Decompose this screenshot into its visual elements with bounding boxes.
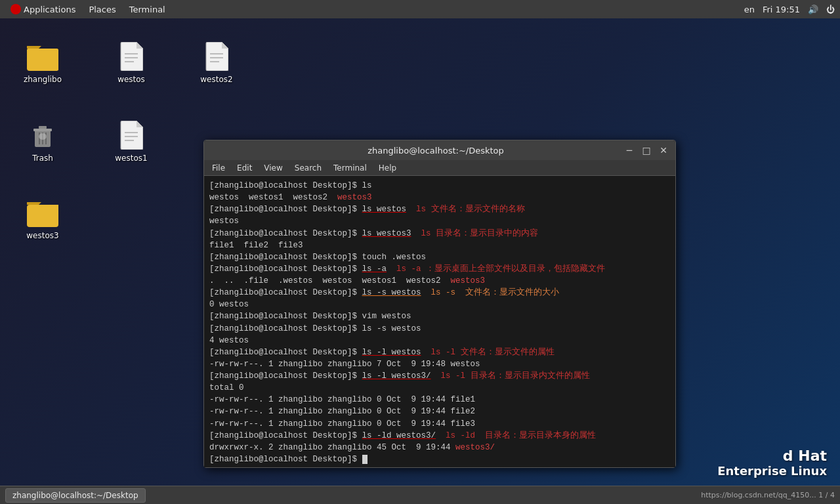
terminal-menubar: File Edit View Search Terminal Help bbox=[204, 160, 675, 176]
term-line-11: 0 westos bbox=[209, 299, 670, 310]
terminal-window: zhanglibo@localhost:~/Desktop ─ □ ✕ File… bbox=[203, 140, 676, 468]
menu-view[interactable]: View bbox=[259, 162, 287, 174]
term-line-9: . .. .file .westos westos westos1 westos… bbox=[209, 275, 670, 287]
taskbar-terminal-label: zhanglibo@localhost:~/Desktop bbox=[12, 491, 138, 500]
svg-point-14 bbox=[39, 133, 47, 140]
term-line-3: [zhanglibo@localhost Desktop]$ ls westos… bbox=[209, 203, 670, 215]
language-indicator: en bbox=[744, 5, 755, 14]
trash-icon bbox=[27, 119, 58, 151]
file-icon-westos2 bbox=[201, 41, 232, 72]
term-line-20: -rw-rw-r--. 1 zhanglibo zhanglibo 0 Oct … bbox=[209, 406, 670, 417]
desktop: zhanglibo westos westos2 bbox=[0, 18, 840, 491]
menu-edit[interactable]: Edit bbox=[232, 162, 257, 174]
svg-rect-10 bbox=[39, 126, 47, 129]
desktop-icon-zhanglibo[interactable]: zhanglibo bbox=[13, 38, 72, 87]
term-line-6: file1 file2 file3 bbox=[209, 240, 670, 251]
term-line-1: [zhanglibo@localhost Desktop]$ ls bbox=[209, 180, 670, 192]
term-line-12: [zhanglibo@localhost Desktop]$ vim westo… bbox=[209, 310, 670, 322]
terminal-titlebar: zhanglibo@localhost:~/Desktop ─ □ ✕ bbox=[204, 140, 675, 160]
terminal-controls: ─ □ ✕ bbox=[623, 144, 670, 157]
taskbar-left: zhanglibo@localhost:~/Desktop bbox=[5, 488, 146, 503]
top-bar-left: Applications Places Terminal bbox=[5, 3, 171, 16]
clock: Fri 19:51 bbox=[763, 5, 800, 14]
terminal-title: zhanglibo@localhost:~/Desktop bbox=[249, 146, 623, 156]
places-label: Places bbox=[89, 5, 116, 14]
desktop-icon-westos2[interactable]: westos2 bbox=[187, 38, 246, 87]
svg-rect-9 bbox=[33, 129, 52, 131]
volume-icon: 🔊 bbox=[808, 5, 818, 14]
desktop-icon-trash[interactable]: Trash bbox=[13, 117, 72, 165]
power-icon[interactable]: ⏻ bbox=[826, 5, 835, 14]
term-line-19: -rw-rw-r--. 1 zhanglibo zhanglibo 0 Oct … bbox=[209, 394, 670, 406]
menu-file[interactable]: File bbox=[207, 162, 230, 174]
term-line-5: [zhanglibo@localhost Desktop]$ ls westos… bbox=[209, 228, 670, 240]
westos3-label: westos3 bbox=[26, 231, 58, 240]
term-line-17: [zhanglibo@localhost Desktop]$ ls -l wes… bbox=[209, 370, 670, 382]
maximize-button[interactable]: □ bbox=[640, 144, 653, 157]
term-line-24: [zhanglibo@localhost Desktop]$ bbox=[209, 453, 670, 465]
close-button[interactable]: ✕ bbox=[657, 144, 670, 157]
term-line-15: [zhanglibo@localhost Desktop]$ ls -l wes… bbox=[209, 346, 670, 358]
taskbar: zhanglibo@localhost:~/Desktop https://bl… bbox=[0, 486, 840, 504]
term-line-14: 4 westos bbox=[209, 335, 670, 346]
gnome-logo-icon bbox=[10, 4, 21, 14]
desktop-icon-westos1[interactable]: westos1 bbox=[102, 117, 161, 165]
term-line-22: [zhanglibo@localhost Desktop]$ ls -ld we… bbox=[209, 430, 670, 442]
term-line-7: [zhanglibo@localhost Desktop]$ touch .we… bbox=[209, 251, 670, 263]
terminal-menu-btn[interactable]: Terminal bbox=[124, 3, 171, 16]
taskbar-terminal-item[interactable]: zhanglibo@localhost:~/Desktop bbox=[5, 488, 146, 503]
westos2-label: westos2 bbox=[200, 75, 232, 84]
applications-label: Applications bbox=[24, 5, 75, 14]
term-line-10: [zhanglibo@localhost Desktop]$ ls -s wes… bbox=[209, 287, 670, 299]
menu-terminal[interactable]: Terminal bbox=[328, 162, 372, 174]
cursor bbox=[362, 455, 368, 464]
term-line-2: westos westos1 westos2 westos3 bbox=[209, 192, 670, 203]
term-line-21: -rw-rw-r--. 1 zhanglibo zhanglibo 0 Oct … bbox=[209, 418, 670, 430]
minimize-button[interactable]: ─ bbox=[623, 144, 636, 157]
terminal-label: Terminal bbox=[129, 5, 165, 14]
term-line-13: [zhanglibo@localhost Desktop]$ ls -s wes… bbox=[209, 323, 670, 335]
taskbar-right: https://blog.csdn.net/qq_4150... 1 / 4 bbox=[701, 491, 835, 499]
term-line-23: drwxrwxr-x. 2 zhanglibo zhanglibo 45 Oct… bbox=[209, 442, 670, 453]
trash-label: Trash bbox=[32, 154, 53, 163]
desktop-icon-westos3[interactable]: westos3 bbox=[13, 194, 72, 243]
menu-help[interactable]: Help bbox=[373, 162, 402, 174]
term-line-4: westos bbox=[209, 215, 670, 227]
term-line-8: [zhanglibo@localhost Desktop]$ ls -a ls … bbox=[209, 263, 670, 275]
menu-search[interactable]: Search bbox=[289, 162, 327, 174]
folder-icon-westos3 bbox=[27, 197, 58, 228]
redhat-watermark: d Hat Enterprise Linux bbox=[717, 448, 827, 478]
term-line-18: total 0 bbox=[209, 382, 670, 394]
westos1-label: westos1 bbox=[115, 154, 147, 163]
top-bar-right: en Fri 19:51 🔊 ⏻ bbox=[744, 5, 835, 14]
terminal-body[interactable]: [zhanglibo@localhost Desktop]$ ls westos… bbox=[204, 176, 675, 467]
desktop-icon-westos[interactable]: westos bbox=[102, 38, 161, 87]
zhanglibo-label: zhanglibo bbox=[24, 75, 62, 84]
taskbar-url: https://blog.csdn.net/qq_4150... 1 / 4 bbox=[701, 491, 835, 499]
file-icon-westos1 bbox=[116, 119, 147, 151]
places-menu[interactable]: Places bbox=[83, 3, 121, 16]
westos-label: westos bbox=[117, 75, 145, 84]
folder-icon-zhanglibo bbox=[27, 41, 58, 72]
top-menubar: Applications Places Terminal en Fri 19:5… bbox=[0, 0, 840, 18]
term-line-16: -rw-rw-r--. 1 zhanglibo zhanglibo 7 Oct … bbox=[209, 358, 670, 370]
applications-menu[interactable]: Applications bbox=[5, 3, 81, 16]
file-icon-westos bbox=[116, 41, 147, 72]
